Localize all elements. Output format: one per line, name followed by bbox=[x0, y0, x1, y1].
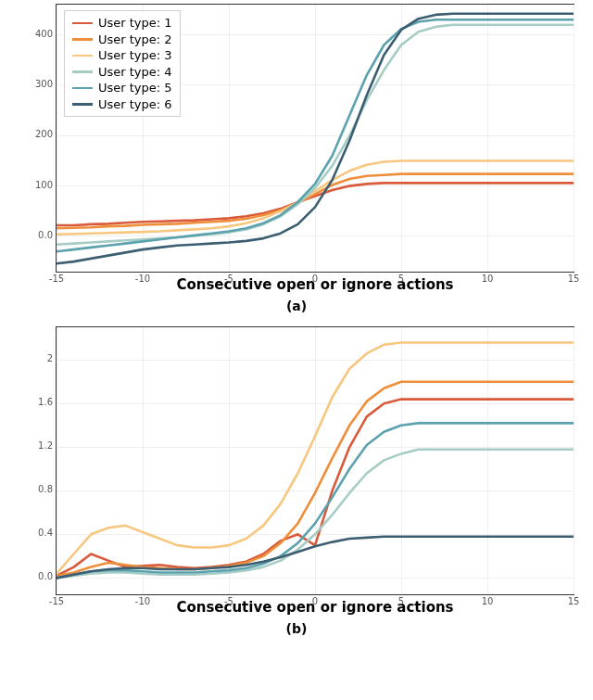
legend-swatch bbox=[72, 38, 93, 41]
legend-item: User type: 3 bbox=[72, 47, 172, 64]
legend-label: User type: 3 bbox=[98, 47, 172, 64]
xtick: -5 bbox=[220, 596, 238, 606]
line-layer bbox=[57, 327, 574, 594]
legend-item: User type: 5 bbox=[72, 80, 172, 96]
panel-a: Empirical adjustment factor (%) -15-10-5… bbox=[0, 4, 593, 293]
legend: User type: 1User type: 2User type: 3User… bbox=[64, 10, 181, 117]
ytick: 0.8 bbox=[38, 484, 53, 494]
ytick: 1.6 bbox=[38, 397, 53, 407]
xtick: -10 bbox=[133, 274, 152, 284]
legend-swatch bbox=[72, 22, 93, 25]
xtick: -10 bbox=[133, 596, 152, 606]
series-line bbox=[57, 400, 574, 576]
legend-swatch bbox=[72, 87, 93, 90]
series-line bbox=[57, 343, 574, 574]
ytick: 2 bbox=[47, 353, 53, 363]
legend-swatch bbox=[72, 55, 93, 57]
xtick: 0 bbox=[306, 596, 324, 606]
xtick: 0 bbox=[306, 274, 324, 284]
xtick: -15 bbox=[47, 596, 66, 606]
xtick: 5 bbox=[392, 274, 410, 284]
xtick: 15 bbox=[564, 274, 583, 284]
legend-item: User type: 4 bbox=[72, 64, 172, 81]
ytick: 0.4 bbox=[38, 528, 53, 538]
series-line bbox=[57, 450, 574, 579]
legend-item: User type: 1 bbox=[72, 15, 172, 32]
ytick: 300 bbox=[35, 79, 53, 89]
legend-item: User type: 2 bbox=[72, 32, 172, 48]
figure: Empirical adjustment factor (%) -15-10-5… bbox=[0, 0, 593, 658]
plot-area-a: -15-10-50510150.0100200300400User type: … bbox=[56, 4, 574, 273]
ytick: 200 bbox=[35, 129, 53, 139]
xtick: 15 bbox=[564, 596, 583, 606]
xtick: -15 bbox=[47, 274, 66, 284]
legend-swatch bbox=[72, 70, 93, 73]
xtick: 10 bbox=[478, 596, 497, 606]
legend-label: User type: 4 bbox=[98, 64, 172, 81]
legend-label: User type: 2 bbox=[98, 32, 172, 48]
xtick: 10 bbox=[478, 274, 497, 284]
xtick: 5 bbox=[392, 596, 410, 606]
panel-b: Model score (masked units) -15-10-505101… bbox=[0, 326, 593, 616]
legend-label: User type: 5 bbox=[98, 80, 172, 96]
plot-area-b: -15-10-50510150.00.40.81.21.62 bbox=[56, 326, 574, 595]
ytick: 400 bbox=[35, 29, 53, 39]
ytick: 0.0 bbox=[38, 230, 53, 240]
caption-a: (a) bbox=[0, 299, 593, 313]
ytick: 0.0 bbox=[38, 571, 53, 581]
legend-item: User type: 6 bbox=[72, 96, 172, 113]
legend-swatch bbox=[72, 103, 93, 106]
ytick: 1.2 bbox=[38, 440, 53, 451]
legend-label: User type: 1 bbox=[98, 15, 172, 32]
legend-label: User type: 6 bbox=[98, 96, 172, 113]
ytick: 100 bbox=[35, 180, 53, 190]
caption-b: (b) bbox=[0, 621, 593, 636]
series-line bbox=[57, 423, 574, 578]
xtick: -5 bbox=[220, 274, 238, 284]
